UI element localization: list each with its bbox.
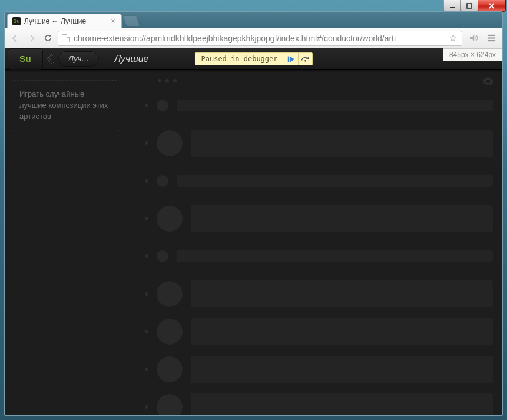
- debugger-label: Paused in debugger: [195, 55, 283, 63]
- loading-dots-icon: [158, 79, 493, 82]
- svg-rect-2: [487, 35, 495, 36]
- skeleton-row: [140, 393, 493, 415]
- page-title: Лучшие: [114, 54, 148, 64]
- browser-window: Su Лучшие ← Лучшие ×: [4, 11, 503, 416]
- audio-indicator-icon[interactable]: [467, 32, 480, 45]
- window-maximize-button[interactable]: [460, 0, 478, 12]
- skeleton-row: [140, 280, 493, 307]
- browser-tab[interactable]: Su Лучшие ← Лучшие ×: [7, 14, 122, 28]
- reload-button[interactable]: [42, 33, 53, 44]
- tab-strip: Su Лучшие ← Лучшие ×: [5, 12, 502, 28]
- svg-rect-4: [487, 40, 495, 41]
- bookmark-star-icon[interactable]: [449, 34, 458, 43]
- nav-back-button[interactable]: [9, 32, 21, 44]
- app-logo[interactable]: Su: [8, 48, 43, 70]
- window-close-button[interactable]: [478, 0, 506, 12]
- tab-favicon: Su: [12, 17, 21, 25]
- new-tab-button[interactable]: [122, 15, 141, 27]
- address-bar[interactable]: [58, 31, 462, 46]
- skeleton-row: [140, 356, 493, 383]
- skeleton-row: [140, 130, 493, 157]
- app-header: Su Луч… Лучшие Paused in debugger: [5, 48, 502, 70]
- skeleton-row: [140, 205, 493, 232]
- url-input[interactable]: [74, 34, 445, 43]
- debugger-resume-button[interactable]: [284, 52, 298, 65]
- svg-rect-3: [487, 38, 495, 39]
- skeleton-row: [140, 243, 493, 270]
- tab-title: Лучшие ← Лучшие: [24, 17, 106, 25]
- sidebar: Играть случайные лучшие композиции этих …: [5, 70, 127, 415]
- svg-rect-0: [450, 7, 455, 8]
- nav-forward-button[interactable]: [26, 32, 38, 44]
- svg-rect-5: [287, 56, 289, 62]
- play-random-promo[interactable]: Играть случайные лучшие композиции этих …: [12, 80, 120, 131]
- svg-rect-1: [467, 4, 472, 8]
- settings-gear-icon[interactable]: [482, 75, 494, 87]
- breadcrumb-pill[interactable]: Луч…: [58, 51, 99, 67]
- skeleton-row: [140, 318, 493, 345]
- debugger-paused-badge: Paused in debugger: [194, 52, 312, 65]
- browser-toolbar: [5, 28, 502, 48]
- viewport-size-overlay: 845px × 624px: [443, 48, 502, 61]
- breadcrumb-chevron-icon: [45, 48, 58, 70]
- skeleton-row: [140, 167, 493, 194]
- svg-point-6: [304, 60, 306, 62]
- page-icon: [62, 34, 70, 42]
- tab-close-icon[interactable]: ×: [110, 18, 117, 25]
- content-column: [127, 70, 502, 415]
- window-minimize-button[interactable]: [443, 0, 461, 12]
- skeleton-list: [140, 92, 493, 415]
- debugger-step-over-button[interactable]: [298, 52, 312, 65]
- app-body: Играть случайные лучшие композиции этих …: [5, 70, 502, 415]
- skeleton-row: [140, 92, 493, 119]
- browser-menu-button[interactable]: [485, 32, 498, 45]
- page-viewport: 845px × 624px Su Луч… Лучшие Paused in d…: [5, 48, 502, 415]
- os-window-frame: Su Лучшие ← Лучшие ×: [0, 0, 507, 420]
